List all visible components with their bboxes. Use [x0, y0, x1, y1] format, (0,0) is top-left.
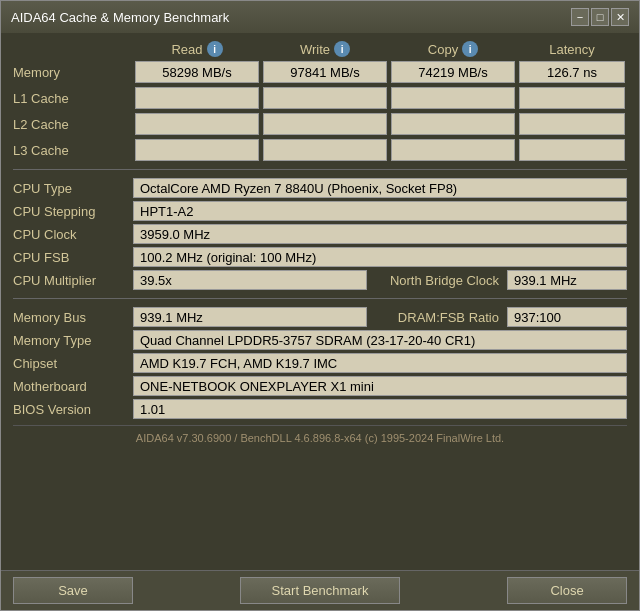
l3-cache-row: L3 Cache — [13, 139, 627, 161]
memory-type-value: Quad Channel LPDDR5-3757 SDRAM (23-17-20… — [133, 330, 627, 350]
memory-type-row: Memory Type Quad Channel LPDDR5-3757 SDR… — [13, 330, 627, 350]
save-button[interactable]: Save — [13, 577, 133, 604]
north-bridge-label: North Bridge Clock — [367, 273, 507, 288]
motherboard-value: ONE-NETBOOK ONEXPLAYER X1 mini — [133, 376, 627, 396]
divider-1 — [13, 169, 627, 170]
memory-row: Memory 58298 MB/s 97841 MB/s 74219 MB/s … — [13, 61, 627, 83]
read-header: Read i — [133, 41, 261, 57]
memory-copy-value: 74219 MB/s — [391, 61, 515, 83]
cpu-info-section: CPU Type OctalCore AMD Ryzen 7 8840U (Ph… — [13, 178, 627, 290]
l2-cache-row: L2 Cache — [13, 113, 627, 135]
chipset-row: Chipset AMD K19.7 FCH, AMD K19.7 IMC — [13, 353, 627, 373]
content-area: Read i Write i Copy i Latency Memory 582… — [1, 33, 639, 570]
cpu-stepping-value: HPT1-A2 — [133, 201, 627, 221]
l1-latency-value — [519, 87, 625, 109]
l2-write-value — [263, 113, 387, 135]
bios-value: 1.01 — [133, 399, 627, 419]
l1-write-value — [263, 87, 387, 109]
title-bar: AIDA64 Cache & Memory Benchmark − □ ✕ — [1, 1, 639, 33]
footer-text: AIDA64 v7.30.6900 / BenchDLL 4.6.896.8-x… — [13, 425, 627, 448]
copy-info-icon[interactable]: i — [462, 41, 478, 57]
north-bridge-value: 939.1 MHz — [507, 270, 627, 290]
memory-type-label: Memory Type — [13, 333, 133, 348]
dram-fsb-label: DRAM:FSB Ratio — [367, 310, 507, 325]
memory-label: Memory — [13, 65, 133, 80]
close-window-button[interactable]: ✕ — [611, 8, 629, 26]
dram-fsb-value: 937:100 — [507, 307, 627, 327]
cpu-clock-value: 3959.0 MHz — [133, 224, 627, 244]
read-info-icon[interactable]: i — [207, 41, 223, 57]
cpu-stepping-label: CPU Stepping — [13, 204, 133, 219]
l2-copy-value — [391, 113, 515, 135]
l2-latency-value — [519, 113, 625, 135]
cpu-type-label: CPU Type — [13, 181, 133, 196]
cpu-fsb-value: 100.2 MHz (original: 100 MHz) — [133, 247, 627, 267]
start-benchmark-button[interactable]: Start Benchmark — [240, 577, 400, 604]
cpu-fsb-row: CPU FSB 100.2 MHz (original: 100 MHz) — [13, 247, 627, 267]
chipset-value: AMD K19.7 FCH, AMD K19.7 IMC — [133, 353, 627, 373]
memory-bus-value: 939.1 MHz — [133, 307, 367, 327]
cpu-stepping-row: CPU Stepping HPT1-A2 — [13, 201, 627, 221]
minimize-button[interactable]: − — [571, 8, 589, 26]
memory-write-value: 97841 MB/s — [263, 61, 387, 83]
main-window: AIDA64 Cache & Memory Benchmark − □ ✕ Re… — [0, 0, 640, 611]
l3-write-value — [263, 139, 387, 161]
cpu-multiplier-value: 39.5x — [133, 270, 367, 290]
l1-label: L1 Cache — [13, 91, 133, 106]
cpu-type-row: CPU Type OctalCore AMD Ryzen 7 8840U (Ph… — [13, 178, 627, 198]
motherboard-row: Motherboard ONE-NETBOOK ONEXPLAYER X1 mi… — [13, 376, 627, 396]
window-controls: − □ ✕ — [571, 8, 629, 26]
l3-copy-value — [391, 139, 515, 161]
maximize-button[interactable]: □ — [591, 8, 609, 26]
button-bar: Save Start Benchmark Close — [1, 570, 639, 610]
memory-bus-row: Memory Bus 939.1 MHz DRAM:FSB Ratio 937:… — [13, 307, 627, 327]
write-info-icon[interactable]: i — [334, 41, 350, 57]
cpu-clock-row: CPU Clock 3959.0 MHz — [13, 224, 627, 244]
cpu-clock-label: CPU Clock — [13, 227, 133, 242]
chipset-label: Chipset — [13, 356, 133, 371]
memory-bus-label: Memory Bus — [13, 310, 133, 325]
close-button[interactable]: Close — [507, 577, 627, 604]
l1-cache-row: L1 Cache — [13, 87, 627, 109]
cpu-fsb-label: CPU FSB — [13, 250, 133, 265]
window-title: AIDA64 Cache & Memory Benchmark — [11, 10, 229, 25]
copy-header: Copy i — [389, 41, 517, 57]
l2-label: L2 Cache — [13, 117, 133, 132]
l2-read-value — [135, 113, 259, 135]
column-headers: Read i Write i Copy i Latency — [13, 41, 627, 57]
memory-info-section: Memory Bus 939.1 MHz DRAM:FSB Ratio 937:… — [13, 307, 627, 419]
l3-label: L3 Cache — [13, 143, 133, 158]
bios-label: BIOS Version — [13, 402, 133, 417]
divider-2 — [13, 298, 627, 299]
latency-header: Latency — [517, 42, 627, 57]
cpu-multiplier-row: CPU Multiplier 39.5x North Bridge Clock … — [13, 270, 627, 290]
l3-latency-value — [519, 139, 625, 161]
l1-copy-value — [391, 87, 515, 109]
cpu-multiplier-label: CPU Multiplier — [13, 273, 133, 288]
memory-read-value: 58298 MB/s — [135, 61, 259, 83]
l3-read-value — [135, 139, 259, 161]
bios-row: BIOS Version 1.01 — [13, 399, 627, 419]
motherboard-label: Motherboard — [13, 379, 133, 394]
write-header: Write i — [261, 41, 389, 57]
l1-read-value — [135, 87, 259, 109]
memory-latency-value: 126.7 ns — [519, 61, 625, 83]
cpu-type-value: OctalCore AMD Ryzen 7 8840U (Phoenix, So… — [133, 178, 627, 198]
